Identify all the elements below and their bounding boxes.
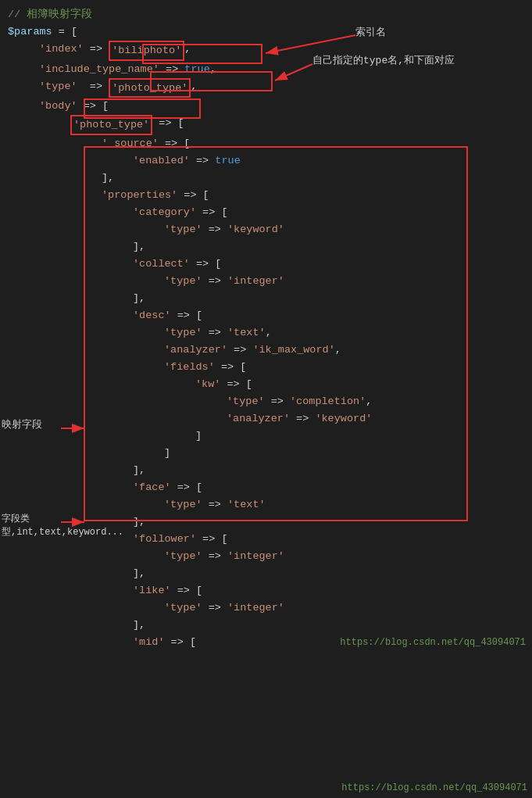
line-11: 'properties' => [ — [8, 187, 532, 204]
url-footer: https://blog.csdn.net/qq_43094071 — [340, 634, 526, 651]
var-params: $params — [8, 23, 52, 41]
url-text: https://blog.csdn.net/qq_43094071 — [340, 637, 526, 648]
line-8: '_source' => [ — [8, 135, 532, 152]
line-15: 'collect' => [ — [8, 256, 532, 273]
line-25: ] — [8, 428, 532, 445]
line-19: 'type' => 'text' , — [8, 324, 532, 342]
line-7: 'photo_type' => [ — [8, 115, 532, 135]
line-27: ], — [8, 462, 532, 479]
line-1: // 相簿映射字段 — [8, 6, 532, 23]
line-22: 'kw' => [ — [8, 376, 532, 393]
comment-text: // 相簿映射字段 — [8, 6, 92, 23]
line-6: 'body' => [ — [8, 98, 532, 115]
line-33: ], — [8, 565, 532, 582]
line-26: ] — [8, 445, 532, 462]
line-35: 'type' => 'integer' — [8, 599, 532, 617]
line-20: 'analyzer' => 'ik_max_word' , — [8, 342, 532, 359]
line-18: 'desc' => [ — [8, 307, 532, 324]
highlight-photo-type-2: 'photo_type' — [70, 115, 152, 135]
line-36: ], — [8, 617, 532, 634]
line-5: 'type' => 'photo_type' , — [8, 78, 532, 98]
line-29: 'type' => 'text' — [8, 496, 532, 514]
line-13: 'type' => 'keyword' — [8, 221, 532, 238]
line-2: $params = [ — [8, 23, 532, 41]
line-34: 'like' => [ — [8, 582, 532, 599]
line-12: 'category' => [ — [8, 204, 532, 221]
line-24: 'analyzer' => 'keyword' — [8, 410, 532, 428]
line-14: ], — [8, 238, 532, 256]
suoyin-label: 索引名 — [355, 25, 386, 39]
ziduanlei-label: 字段类型,int,text,keyword... — [2, 512, 87, 539]
line-17: ], — [8, 290, 532, 307]
line-10: ], — [8, 170, 532, 187]
line-28: 'face' => [ — [8, 479, 532, 496]
code-container: // 相簿映射字段 $params = [ 'index' => 'biliph… — [0, 0, 532, 657]
line-16: 'type' => 'integer' — [8, 273, 532, 290]
url-footer: https://blog.csdn.net/qq_43094071 — [341, 782, 527, 793]
type-label: 自己指定的type名,和下面对应 — [312, 53, 455, 67]
yingshe-label: 映射字段 — [2, 417, 42, 431]
highlight-biliphoto: 'biliphoto' — [109, 41, 184, 61]
line-32: 'type' => 'integer' — [8, 548, 532, 565]
line-23: 'type' => 'completion' , — [8, 393, 532, 410]
line-21: 'fields' => [ — [8, 359, 532, 376]
line-9: 'enabled' => true — [8, 152, 532, 170]
highlight-photo-type: 'photo_type' — [109, 78, 191, 98]
